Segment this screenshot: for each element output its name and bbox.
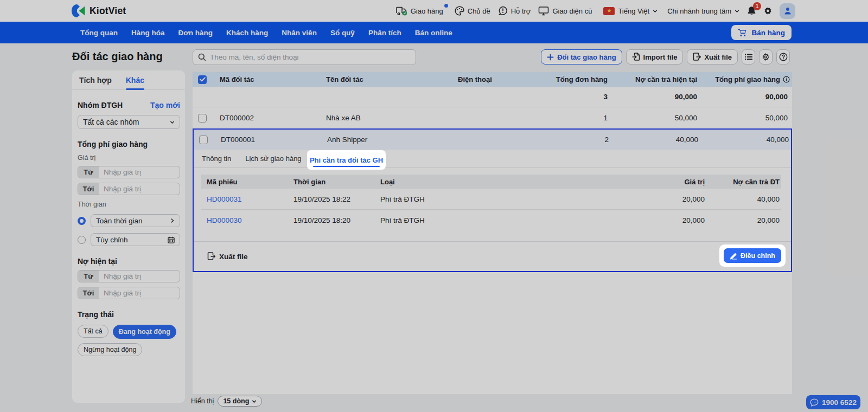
time-custom-radio[interactable]: [78, 236, 86, 244]
status-pill-inactive[interactable]: Ngừng hoạt động: [78, 343, 142, 356]
create-group-link[interactable]: Tạo mới: [150, 101, 180, 110]
table-settings-button[interactable]: [759, 49, 773, 65]
from-prefix: Từ: [78, 166, 99, 178]
help-button[interactable]: [776, 49, 790, 65]
sell-button-label: Bán hàng: [751, 29, 785, 37]
table-row-selected[interactable]: DT000001 Anh Shipper 2 40,000 40,000: [194, 130, 791, 150]
time-all-select[interactable]: Toàn thời gian: [91, 214, 180, 227]
delivery-notification-dot: [444, 4, 448, 8]
sidebar-tab-khac[interactable]: Khác: [126, 70, 144, 90]
receipt-link[interactable]: HD000030: [201, 216, 293, 224]
expanded-partner-block: DT000001 Anh Shipper 2 40,000 40,000 Thô…: [193, 128, 792, 272]
col-header-fee[interactable]: Tổng phí giao hàng: [698, 75, 792, 83]
language-label: Tiếng Việt: [618, 7, 649, 15]
palette-icon: [455, 6, 464, 16]
notifications-button[interactable]: 1: [747, 6, 756, 16]
fee-to-input[interactable]: [99, 183, 180, 195]
subcol-header-debt: Nợ cần trả ĐT: [705, 178, 781, 186]
search-icon: [198, 53, 206, 61]
debt-to-input-group: Tới: [78, 287, 180, 299]
detail-footer: Xuất file Điều chỉnh: [194, 241, 791, 271]
pencil-icon: [730, 252, 737, 260]
nav-item-khach-hang[interactable]: Khách hàng: [226, 29, 268, 37]
page-size-select[interactable]: 15 dòng: [218, 396, 262, 407]
help-bubble-icon: [498, 6, 508, 16]
subcell-value: 20,000: [565, 216, 705, 224]
sidebar-tab-tich-hop[interactable]: Tích hợp: [79, 70, 112, 90]
debt-from-input-group: Từ: [78, 270, 180, 282]
cell-orders: 1: [539, 114, 609, 122]
fee-from-input[interactable]: [99, 166, 180, 178]
old-ui-label: Giao diện cũ: [552, 7, 592, 15]
detail-tab-lich-su[interactable]: Lịch sử giao hàng: [245, 154, 301, 163]
col-header-phone[interactable]: Điện thoại: [458, 75, 539, 83]
gear-icon: [763, 7, 773, 16]
debt-from-input[interactable]: [99, 271, 180, 282]
theme-menu[interactable]: Chủ đề: [455, 6, 490, 16]
time-all-radio[interactable]: [78, 217, 86, 225]
table-row[interactable]: DT000002 Nhà xe AB 1 50,000 50,000: [193, 107, 792, 128]
row-checkbox[interactable]: [199, 136, 208, 144]
support-phone-button[interactable]: 1900 6522: [806, 395, 860, 409]
detail-export-label: Xuất file: [219, 253, 248, 261]
time-custom-value: Tùy chỉnh: [96, 236, 128, 244]
nav-item-so-quy[interactable]: Sổ quỹ: [330, 29, 355, 37]
nav-item-ban-online[interactable]: Bán online: [415, 29, 452, 37]
select-all-checkbox[interactable]: [198, 75, 207, 84]
subcol-header-type: Loại: [380, 178, 565, 186]
add-partner-button[interactable]: Đối tác giao hàng: [541, 49, 622, 65]
brand-name: KiotViet: [90, 5, 126, 17]
check-icon: [200, 77, 206, 82]
chevron-right-icon: [170, 218, 175, 223]
nav-item-hang-hoa[interactable]: Hàng hóa: [131, 29, 165, 37]
cell-name: Nhà xe AB: [326, 114, 458, 122]
col-header-name[interactable]: Tên đối tác: [326, 75, 458, 83]
nav-item-don-hang[interactable]: Đơn hàng: [178, 29, 213, 37]
branch-selector[interactable]: Chi nhánh trung tâm: [667, 7, 739, 15]
subcell-time: 19/10/2025 18:22: [293, 195, 380, 203]
export-file-button[interactable]: Xuất file: [687, 49, 738, 65]
col-header-code[interactable]: Mã đối tác: [220, 75, 326, 83]
col-header-orders[interactable]: Tổng đơn hàng: [539, 75, 609, 83]
row-checkbox[interactable]: [198, 114, 207, 123]
language-selector[interactable]: ★ Tiếng Việt: [603, 7, 658, 15]
receipt-link[interactable]: HD000031: [201, 195, 293, 203]
detail-tab-phi-can-tra[interactable]: Phí cần trả đối tác GH: [310, 156, 383, 164]
debt-to-input[interactable]: [99, 287, 180, 299]
status-pill-active[interactable]: Đang hoạt động: [113, 325, 176, 339]
support-menu[interactable]: Hỗ trợ: [498, 6, 531, 16]
nav-item-nhan-vien[interactable]: Nhân viên: [282, 29, 317, 37]
settings-button[interactable]: [763, 7, 773, 16]
fee-from-input-group: Từ: [78, 166, 180, 178]
col-header-debt[interactable]: Nợ cần trả hiện tại: [609, 75, 698, 83]
delivery-truck-icon: [396, 7, 407, 16]
import-file-icon: [632, 53, 640, 61]
delivery-menu[interactable]: Giao hàng: [396, 7, 443, 16]
nav-item-tong-quan[interactable]: Tổng quan: [80, 29, 118, 37]
subcell-value: 20,000: [565, 195, 705, 203]
nav-item-phan-tich[interactable]: Phân tích: [368, 29, 401, 37]
old-ui-menu[interactable]: Giao diện cũ: [538, 6, 592, 16]
detail-tab-thong-tin[interactable]: Thông tin: [202, 154, 231, 163]
columns-list-icon: [745, 54, 752, 60]
fee-to-input-group: Tới: [78, 183, 180, 195]
question-circle-icon: [779, 53, 788, 61]
time-custom-select[interactable]: Tùy chỉnh: [91, 233, 180, 246]
adjust-button[interactable]: Điều chỉnh: [724, 248, 781, 263]
user-avatar[interactable]: [780, 3, 795, 19]
column-settings-button[interactable]: [742, 49, 755, 65]
branch-label: Chi nhánh trung tâm: [667, 7, 731, 15]
display-label: Hiển thị: [191, 397, 214, 405]
spotlight-active-tab: Phí cần trả đối tác GH: [307, 150, 386, 170]
detail-export-button[interactable]: Xuất file: [207, 252, 248, 261]
search-input[interactable]: [210, 53, 411, 61]
kiotviet-logo[interactable]: KiotViet: [71, 4, 126, 18]
chevron-down-icon: [653, 9, 658, 14]
group-select[interactable]: Tất cả các nhóm: [78, 115, 180, 129]
time-label: Thời gian: [78, 201, 180, 208]
import-file-button[interactable]: Import file: [626, 49, 684, 65]
sell-button[interactable]: Bán hàng: [731, 25, 792, 40]
cell-debt: 40,000: [610, 136, 699, 144]
group-filter-label: Nhóm ĐTGH: [78, 101, 123, 110]
status-pill-all[interactable]: Tất cả: [78, 325, 108, 338]
